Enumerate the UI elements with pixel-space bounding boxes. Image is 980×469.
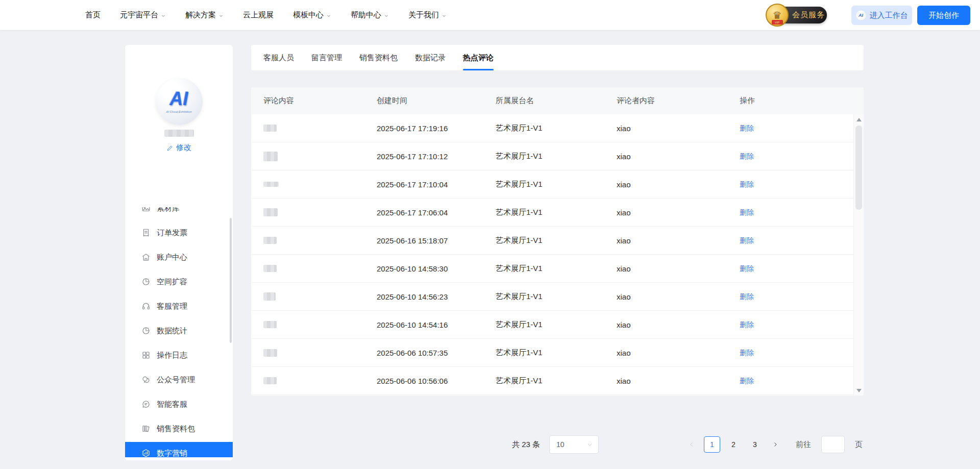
sidebar-item-label: 数字营销 (157, 449, 187, 458)
table-scrollbar[interactable] (853, 114, 864, 396)
created-time: 2025-06-06 10:56:06 (377, 377, 496, 385)
column-header: 所属展台名 (496, 96, 617, 106)
sidebar-item-7[interactable]: 公众号管理 (125, 367, 233, 392)
delete-link[interactable]: 删除 (740, 180, 754, 188)
nav-item-6[interactable]: 关于我们 (399, 0, 456, 30)
column-header: 评论内容 (263, 96, 377, 106)
chevron-down-icon (161, 13, 166, 18)
created-time: 2025-06-10 14:54:16 (377, 320, 496, 329)
page-button-1[interactable]: 1 (704, 436, 720, 453)
enter-workspace-button[interactable]: AI 进入工作台 (851, 6, 912, 25)
delete-link[interactable]: 删除 (740, 236, 754, 244)
redacted-comment (263, 125, 277, 132)
storage-icon (141, 277, 151, 286)
tab-3[interactable]: 数据记录 (415, 45, 446, 70)
headset-icon (141, 302, 151, 311)
wechat-icon (141, 375, 151, 384)
start-create-button[interactable]: 开始创作 (917, 6, 970, 25)
sidebar-item-5[interactable]: 数据统计 (125, 318, 233, 343)
ai-logo-icon: AI (856, 10, 866, 20)
table-row: 2025-06-17 17:10:12艺术展厅1-V1xiao删除 (251, 142, 853, 170)
nav-item-3[interactable]: 云上观展 (233, 0, 283, 30)
nav-item-0[interactable]: 首页 (76, 0, 110, 30)
delete-link[interactable]: 删除 (740, 208, 754, 216)
chevron-down-icon (384, 13, 389, 18)
sidebar-item-1[interactable]: 订单发票 (125, 220, 233, 245)
sidebar-item-2[interactable]: 账户中心 (125, 245, 233, 269)
sidebar-item-3[interactable]: 空间扩容 (125, 269, 233, 294)
column-header: 创建时间 (377, 96, 496, 106)
booth-name: 艺术展厅1-V1 (496, 376, 617, 386)
pencil-icon (166, 144, 174, 152)
chevron-left-icon (689, 441, 695, 448)
nav-item-label: 关于我们 (408, 10, 439, 20)
crown-badge-icon: ♛ VIP (766, 4, 789, 27)
pagination: 共 23 条 10 123 前往 页 (512, 435, 863, 454)
sidebar-item-label: 公众号管理 (157, 375, 195, 385)
nav-item-label: 元宇宙平台 (120, 10, 158, 20)
sidebar-scrollbar[interactable] (230, 218, 232, 343)
redacted-comment (263, 265, 277, 272)
commenter-name: xiao (617, 208, 740, 217)
commenter-name: xiao (617, 320, 740, 329)
username-redacted (164, 130, 194, 137)
nav-item-1[interactable]: 元宇宙平台 (110, 0, 176, 30)
delete-link[interactable]: 删除 (740, 124, 754, 132)
delete-link[interactable]: 删除 (740, 349, 754, 357)
next-page-button[interactable] (768, 436, 782, 453)
delete-link[interactable]: 删除 (740, 152, 754, 160)
nav-item-label: 帮助中心 (351, 10, 381, 20)
table-row: 2025-06-06 10:57:35艺术展厅1-V1xiao删除 (251, 339, 853, 367)
delete-link[interactable]: 删除 (740, 292, 754, 301)
sidebar-item-0[interactable]: 素材库 (125, 207, 233, 220)
chevron-down-icon (218, 13, 224, 18)
goto-page-input[interactable] (821, 436, 845, 453)
avatar[interactable]: AI AI Cloud Exhibition (156, 78, 203, 125)
tab-4[interactable]: 热点评论 (463, 45, 494, 70)
tab-2[interactable]: 销售资料包 (359, 45, 398, 70)
booth-name: 艺术展厅1-V1 (496, 236, 617, 245)
tab-0[interactable]: 客服人员 (263, 45, 294, 70)
nav-item-2[interactable]: 解决方案 (176, 0, 233, 30)
scroll-up-icon[interactable] (854, 115, 864, 124)
nav-item-5[interactable]: 帮助中心 (341, 0, 399, 30)
sidebar-item-label: 数据统计 (157, 326, 187, 336)
prev-page-button[interactable] (684, 436, 699, 453)
sidebar-item-label: 销售资料包 (157, 424, 195, 434)
scroll-down-icon[interactable] (854, 386, 864, 394)
nav-item-4[interactable]: 模板中心 (283, 0, 341, 30)
avatar-logo-subtext: AI Cloud Exhibition (166, 110, 192, 113)
sidebar-item-9[interactable]: 销售资料包 (125, 416, 233, 441)
tab-1[interactable]: 留言管理 (311, 45, 342, 70)
pager: 123 前往 页 (684, 436, 863, 453)
delete-link[interactable]: 删除 (740, 377, 754, 385)
table-header: 评论内容创建时间所属展台名评论者内容操作 (251, 87, 864, 114)
created-time: 2025-06-17 17:10:12 (377, 152, 496, 161)
page-size-select[interactable]: 10 (549, 435, 599, 454)
account-icon (141, 253, 151, 262)
scrollbar-thumb[interactable] (855, 126, 862, 210)
column-header: 操作 (740, 96, 864, 106)
table-row: 2025-06-16 15:18:07艺术展厅1-V1xiao删除 (251, 227, 853, 255)
sidebar-item-6[interactable]: 操作日志 (125, 343, 233, 367)
table-row: 2025-06-17 17:19:16艺术展厅1-V1xiao删除 (251, 114, 853, 142)
chevron-down-icon (587, 442, 593, 448)
member-service-button[interactable]: ♛ VIP 会员服务 (766, 4, 827, 26)
created-time: 2025-06-10 14:56:23 (377, 292, 496, 301)
sidebar-item-8[interactable]: 智能客服 (125, 392, 233, 416)
sidebar-item-4[interactable]: 客服管理 (125, 294, 233, 318)
page-button-2[interactable]: 2 (725, 436, 742, 453)
edit-profile-link[interactable]: 修改 (125, 143, 233, 153)
main-nav: 首页元宇宙平台解决方案云上观展模板中心帮助中心关于我们 (76, 0, 456, 30)
sidebar-item-label: 空间扩容 (157, 277, 187, 287)
sales-pack-icon (141, 424, 151, 433)
column-header: 评论者内容 (617, 96, 740, 106)
delete-link[interactable]: 删除 (740, 320, 754, 329)
page-button-3[interactable]: 3 (747, 436, 763, 453)
redacted-comment (263, 292, 276, 301)
nav-item-label: 云上观展 (243, 10, 274, 20)
delete-link[interactable]: 删除 (740, 264, 754, 273)
sidebar-item-10[interactable]: 数字营销 (125, 442, 233, 457)
redacted-comment (263, 237, 277, 244)
nav-item-label: 首页 (85, 10, 101, 20)
